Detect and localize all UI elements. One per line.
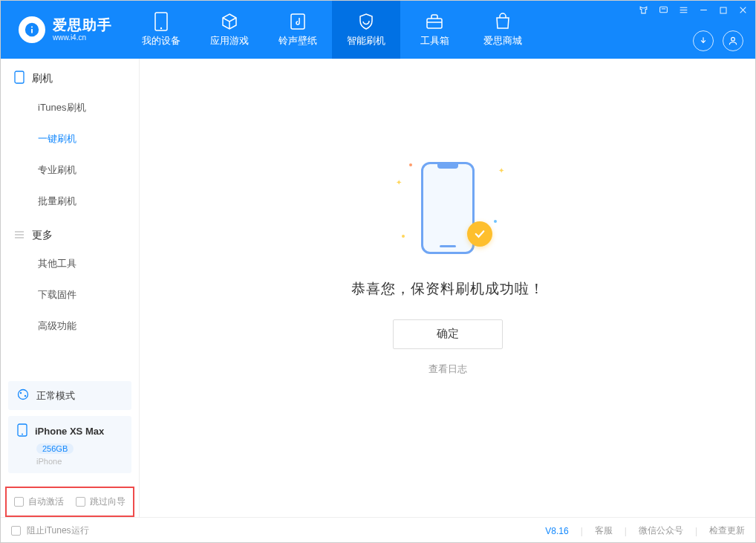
phone-small-icon	[17, 423, 27, 439]
header-action-buttons	[693, 30, 743, 51]
maximize-button[interactable]	[719, 6, 728, 15]
phone-icon	[151, 12, 171, 31]
main-nav: 我的设备 应用游戏 铃声壁纸 智能刷机 工具箱 爱思商城	[127, 1, 537, 59]
nav-smart-flash[interactable]: 智能刷机	[332, 1, 400, 59]
svg-point-1	[160, 27, 162, 29]
shield-refresh-icon	[356, 12, 376, 31]
success-illustration: ✦ ✦	[396, 156, 500, 260]
footer-link-support[interactable]: 客服	[595, 524, 613, 537]
sidebar-item-other-tools[interactable]: 其他工具	[1, 248, 139, 279]
checkbox-icon	[14, 497, 24, 507]
check-badge-icon	[467, 221, 492, 247]
device-name: iPhone XS Max	[35, 426, 104, 437]
app-title: 爱思助手	[53, 18, 112, 33]
window-controls-top	[639, 5, 748, 15]
toolbox-icon	[425, 12, 444, 31]
svg-point-19	[19, 390, 28, 400]
sidebar-group-more: 更多	[1, 217, 139, 248]
list-icon	[14, 230, 25, 242]
nav-toolbox[interactable]: 工具箱	[400, 1, 469, 59]
nav-my-device[interactable]: 我的设备	[127, 1, 195, 59]
app-subtitle: www.i4.cn	[53, 33, 112, 42]
status-bar: 阻止iTunes运行 V8.16 | 客服 | 微信公众号 | 检查更新	[1, 517, 755, 543]
music-file-icon	[288, 12, 307, 31]
checkbox-icon	[11, 526, 21, 536]
nav-ringtones-wallpapers[interactable]: 铃声壁纸	[264, 1, 332, 59]
footer-link-check-update[interactable]: 检查更新	[709, 524, 745, 537]
download-button[interactable]	[693, 30, 714, 51]
minimize-button[interactable]	[699, 5, 708, 15]
cube-icon	[220, 12, 239, 31]
bag-icon	[493, 12, 512, 31]
user-button[interactable]	[723, 30, 743, 51]
device-card[interactable]: iPhone XS Max 256GB iPhone	[8, 416, 131, 473]
svg-rect-15	[15, 71, 24, 83]
sidebar-item-pro-flash[interactable]: 专业刷机	[1, 155, 139, 186]
device-storage: 256GB	[36, 443, 74, 454]
nav-store[interactable]: 爱思商城	[469, 1, 537, 59]
logo-icon	[19, 16, 45, 43]
sidebar-item-download-firmware[interactable]: 下载固件	[1, 279, 139, 310]
view-log-link[interactable]: 查看日志	[428, 362, 467, 376]
close-button[interactable]	[738, 5, 748, 15]
sidebar-item-onekey-flash[interactable]: 一键刷机	[1, 123, 139, 155]
highlighted-checkbox-row: 自动激活 跳过向导	[5, 487, 134, 517]
success-message: 恭喜您，保资料刷机成功啦！	[351, 279, 544, 299]
svg-rect-3	[427, 19, 442, 28]
svg-rect-11	[720, 7, 726, 13]
footer-link-wechat[interactable]: 微信公众号	[639, 524, 683, 537]
checkbox-skip-guide[interactable]: 跳过向导	[76, 495, 126, 508]
checkbox-block-itunes[interactable]: 阻止iTunes运行	[11, 524, 89, 537]
svg-point-21	[25, 395, 26, 397]
mode-icon	[17, 388, 29, 403]
sidebar-item-itunes-flash[interactable]: iTunes刷机	[1, 92, 139, 123]
device-mode[interactable]: 正常模式	[8, 381, 131, 410]
main-content: ✦ ✦ 恭喜您，保资料刷机成功啦！ 确定 查看日志	[140, 59, 755, 517]
svg-rect-5	[660, 7, 668, 13]
checkbox-icon	[76, 497, 85, 507]
device-panel: 正常模式 iPhone XS Max 256GB iPhone	[8, 381, 131, 473]
sidebar-group-flash: 刷机	[1, 59, 139, 92]
menu-icon[interactable]	[679, 5, 688, 15]
feedback-icon[interactable]	[659, 5, 668, 15]
svg-point-23	[22, 434, 23, 435]
svg-point-14	[731, 37, 735, 41]
phone-success-icon	[421, 162, 475, 254]
device-icon	[14, 71, 25, 86]
app-logo: 爱思助手 www.i4.cn	[1, 1, 127, 59]
title-bar: 爱思助手 www.i4.cn 我的设备 应用游戏 铃声壁纸 智能刷机 工具箱 爱…	[1, 1, 755, 59]
version-label: V8.16	[545, 526, 568, 536]
ok-button[interactable]: 确定	[393, 319, 503, 349]
svg-point-20	[20, 392, 22, 394]
sidebar: 刷机 iTunes刷机 一键刷机 专业刷机 批量刷机 更多 其他工具 下载固件 …	[1, 59, 140, 517]
sidebar-item-advanced[interactable]: 高级功能	[1, 310, 139, 342]
sidebar-item-batch-flash[interactable]: 批量刷机	[1, 186, 139, 217]
device-type: iPhone	[36, 457, 123, 466]
skin-icon[interactable]	[639, 5, 648, 15]
checkbox-auto-activate[interactable]: 自动激活	[14, 495, 64, 508]
nav-apps-games[interactable]: 应用游戏	[195, 1, 264, 59]
